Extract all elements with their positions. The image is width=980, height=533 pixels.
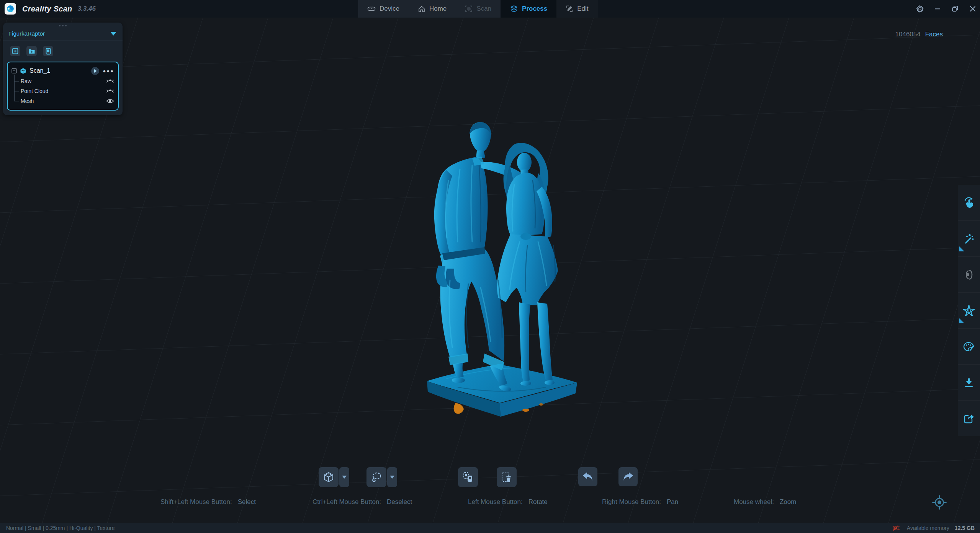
hint-action: Rotate [528, 498, 548, 505]
process-icon [510, 5, 518, 13]
tab-device-label: Device [380, 5, 399, 13]
settings-gear-icon[interactable] [915, 4, 924, 13]
layer-raw-label: Raw [21, 78, 106, 84]
new-project-button[interactable] [10, 46, 20, 56]
hint-select: Shift+Left Mouse Button:Select [160, 498, 256, 506]
cube-select-button[interactable] [319, 467, 339, 487]
tool-share[interactable] [958, 400, 980, 436]
layer-row-raw[interactable]: Raw [14, 76, 114, 86]
tool-mesh[interactable] [958, 292, 980, 328]
tab-edit[interactable]: Edit [556, 0, 597, 18]
hint-label: Mouse wheel: [734, 498, 774, 505]
scan-group-label: Scan_1 [29, 67, 88, 74]
panel-drag-handle[interactable] [3, 23, 123, 29]
compare-icon [963, 269, 975, 280]
scan-icon [465, 5, 473, 13]
home-icon [418, 5, 425, 13]
right-toolbar [958, 185, 980, 436]
project-selector[interactable]: FigurkaRaptor [3, 29, 123, 41]
project-panel: FigurkaRaptor [3, 23, 123, 115]
play-icon[interactable] [91, 67, 100, 75]
hint-deselect: Ctrl+Left Mouse Button:Deselect [312, 498, 412, 506]
locate-view-button[interactable] [931, 494, 948, 511]
visibility-on-icon[interactable] [106, 98, 114, 104]
hint-action: Zoom [780, 498, 796, 505]
tool-compare-disabled [958, 256, 980, 292]
chevron-down-icon [342, 476, 347, 479]
3d-viewport[interactable]: 1046054Faces [0, 18, 980, 523]
cube-icon [20, 68, 26, 74]
magic-wand-icon [963, 233, 975, 244]
visibility-off-icon[interactable] [106, 79, 114, 84]
lasso-select-button[interactable] [366, 467, 386, 487]
statusbar: Normal | Small | 0.25mm | Hi-Quality | T… [0, 523, 980, 533]
hint-rotate: Left Mouse Button:Rotate [468, 498, 548, 506]
minimize-icon[interactable] [933, 4, 942, 13]
locate-view-icon [932, 495, 947, 510]
hint-action: Pan [667, 498, 678, 505]
chevron-down-icon [390, 476, 394, 479]
app-logo-icon [5, 3, 16, 15]
invert-selection-button[interactable] [458, 467, 478, 487]
faces-value: 1046054 [895, 31, 921, 38]
tool-touch-rotate[interactable] [958, 185, 980, 220]
scanned-model-couple-statue[interactable] [423, 119, 581, 424]
layer-row-mesh[interactable]: Mesh [14, 96, 114, 106]
scan-group-row[interactable]: Scan_1 ●●● [11, 65, 114, 76]
cube-select-icon [323, 471, 334, 483]
tab-process-label: Process [522, 5, 547, 13]
lasso-select-dropdown[interactable] [387, 467, 397, 487]
undo-button[interactable] [578, 467, 597, 486]
tab-scan-label: Scan [476, 5, 491, 13]
device-sync-icon [46, 48, 51, 55]
tab-home[interactable]: Home [409, 0, 456, 18]
visibility-off-icon[interactable] [106, 89, 114, 94]
layer-mesh-label: Mesh [21, 98, 106, 104]
tab-process[interactable]: Process [501, 0, 556, 18]
touch-rotate-icon [963, 197, 975, 209]
export-download-icon [964, 377, 974, 388]
device-transfer-button[interactable] [43, 46, 53, 56]
redo-icon [622, 471, 634, 482]
gpu-warning-icon [892, 525, 901, 531]
undo-icon [582, 471, 594, 482]
hint-action: Deselect [387, 498, 412, 505]
tool-optimize[interactable] [958, 220, 980, 256]
scan-settings-summary: Normal | Small | 0.25mm | Hi-Quality | T… [6, 525, 115, 531]
delete-selection-button[interactable] [497, 467, 517, 487]
more-options-icon[interactable]: ●●● [103, 68, 114, 74]
texture-palette-icon [963, 341, 975, 352]
import-project-button[interactable] [26, 46, 37, 56]
collapse-icon[interactable] [11, 68, 17, 73]
tab-edit-label: Edit [577, 5, 588, 13]
layer-point-cloud-label: Point Cloud [21, 88, 106, 94]
close-icon[interactable] [968, 4, 977, 13]
tab-home-label: Home [429, 5, 447, 13]
scan-tree: Scan_1 ●●● Raw [7, 62, 119, 111]
import-folder-icon [28, 48, 35, 54]
flyout-triangle-icon[interactable] [959, 318, 964, 323]
layer-row-point-cloud[interactable]: Point Cloud [14, 86, 114, 96]
chevron-down-icon[interactable] [110, 32, 116, 36]
faces-counter: 1046054Faces [895, 31, 943, 38]
redo-button[interactable] [618, 467, 638, 486]
memory-label: Available memory [907, 525, 949, 531]
invert-selection-icon [463, 471, 473, 483]
flyout-triangle-icon[interactable] [959, 246, 964, 251]
main-nav-tabs: Device Home Scan [358, 0, 598, 18]
tab-device[interactable]: Device [358, 0, 409, 18]
titlebar: Creality Scan 3.3.46 Device Home [0, 0, 980, 18]
cube-select-dropdown[interactable] [339, 467, 349, 487]
tab-scan: Scan [456, 0, 501, 18]
project-name: FigurkaRaptor [8, 30, 110, 37]
delete-selection-icon [501, 471, 512, 483]
hint-zoom: Mouse wheel:Zoom [734, 498, 796, 506]
tool-texture[interactable] [958, 328, 980, 364]
restore-icon[interactable] [951, 4, 960, 13]
mesh-star-icon [963, 305, 975, 316]
hint-label: Left Mouse Button: [468, 498, 523, 505]
hint-pan: Right Mouse Button:Pan [602, 498, 678, 506]
lasso-select-icon [371, 471, 382, 483]
hint-label: Right Mouse Button: [602, 498, 661, 505]
tool-export[interactable] [958, 364, 980, 400]
